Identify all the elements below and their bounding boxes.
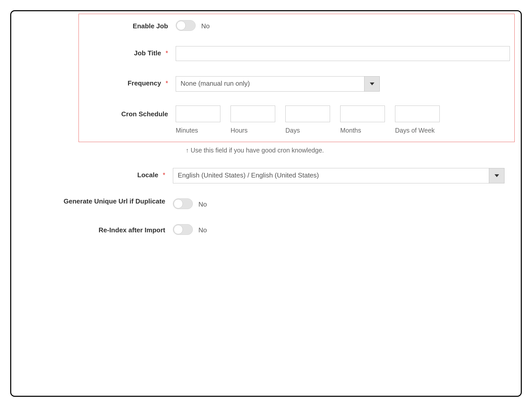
toggle-knob bbox=[174, 225, 183, 234]
row-unique-url: Generate Unique Url if Duplicate No bbox=[15, 197, 517, 209]
toggle-unique-url-value: No bbox=[198, 198, 207, 208]
label-frequency: Frequency * bbox=[81, 76, 176, 87]
cron-group: Minutes Hours Days Months bbox=[176, 106, 440, 134]
toggle-reindex[interactable] bbox=[173, 224, 193, 235]
label-enable-job: Enable Job bbox=[81, 19, 176, 30]
cron-days: Days bbox=[285, 106, 330, 134]
cron-minutes: Minutes bbox=[176, 106, 220, 134]
required-mark: * bbox=[166, 49, 168, 57]
label-cron-minutes: Minutes bbox=[176, 127, 220, 134]
input-cron-hours[interactable] bbox=[231, 106, 275, 122]
row-reindex: Re-Index after Import No bbox=[15, 223, 517, 235]
label-unique-url: Generate Unique Url if Duplicate bbox=[15, 197, 173, 205]
cron-months: Months bbox=[340, 106, 385, 134]
toggle-unique-url[interactable] bbox=[173, 198, 193, 209]
label-frequency-text: Frequency bbox=[128, 79, 161, 87]
select-frequency-value: None (manual run only) bbox=[176, 77, 364, 91]
chevron-down-icon bbox=[495, 173, 499, 178]
required-mark: * bbox=[166, 79, 168, 87]
select-frequency-button[interactable] bbox=[364, 77, 379, 91]
label-cron-hours: Hours bbox=[231, 127, 275, 134]
row-frequency: Frequency * None (manual run only) bbox=[81, 76, 512, 92]
select-locale-value: English (United States) / English (Unite… bbox=[173, 168, 489, 183]
label-cron-dow: Days of Week bbox=[395, 127, 440, 134]
select-frequency[interactable]: None (manual run only) bbox=[176, 76, 380, 92]
input-cron-days[interactable] bbox=[285, 106, 330, 122]
cron-hint: ↑ Use this field if you have good cron k… bbox=[173, 147, 517, 154]
row-cron-schedule: Cron Schedule Minutes Hours Days bbox=[81, 106, 512, 134]
label-locale-text: Locale bbox=[137, 171, 158, 179]
input-cron-dow[interactable] bbox=[395, 106, 440, 122]
input-job-title[interactable] bbox=[176, 46, 510, 61]
required-mark: * bbox=[163, 171, 165, 179]
input-cron-minutes[interactable] bbox=[176, 106, 220, 122]
settings-panel: Enable Job No Job Title * Frequency * bbox=[10, 10, 522, 397]
input-cron-months[interactable] bbox=[340, 106, 385, 122]
svg-marker-0 bbox=[370, 83, 374, 85]
label-cron-days: Days bbox=[285, 127, 330, 134]
cron-dow: Days of Week bbox=[395, 106, 440, 134]
cron-hours: Hours bbox=[231, 106, 275, 134]
label-job-title: Job Title * bbox=[81, 46, 176, 57]
select-locale[interactable]: English (United States) / English (Unite… bbox=[173, 168, 504, 183]
svg-marker-1 bbox=[495, 174, 499, 177]
row-job-title: Job Title * bbox=[81, 46, 512, 61]
row-enable-job: Enable Job No bbox=[81, 19, 512, 31]
label-job-title-text: Job Title bbox=[134, 49, 161, 57]
highlighted-section: Enable Job No Job Title * Frequency * bbox=[79, 14, 515, 142]
toggle-knob bbox=[174, 199, 183, 208]
label-cron-schedule: Cron Schedule bbox=[81, 106, 176, 118]
cron-hint-text: ↑ Use this field if you have good cron k… bbox=[186, 147, 324, 154]
row-locale: Locale * English (United States) / Engli… bbox=[15, 168, 517, 183]
toggle-reindex-value: No bbox=[198, 224, 207, 234]
label-reindex: Re-Index after Import bbox=[15, 223, 173, 234]
toggle-enable-job-value: No bbox=[201, 20, 210, 30]
chevron-down-icon bbox=[370, 82, 374, 86]
toggle-knob bbox=[176, 21, 186, 30]
label-locale: Locale * bbox=[15, 168, 173, 179]
toggle-enable-job[interactable] bbox=[176, 20, 196, 31]
select-locale-button[interactable] bbox=[489, 168, 504, 183]
label-cron-months: Months bbox=[340, 127, 385, 134]
